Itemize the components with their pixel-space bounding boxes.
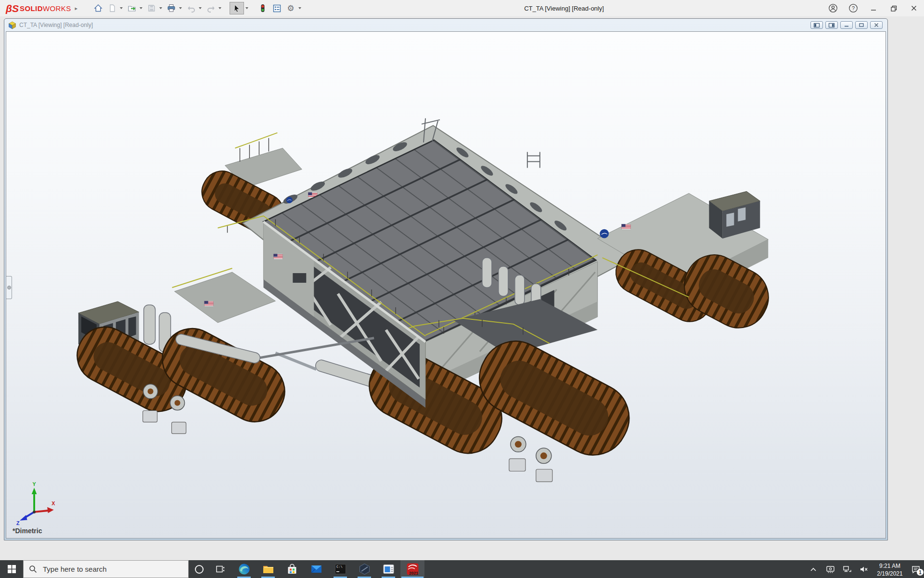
doc-restore-button[interactable] bbox=[855, 21, 868, 29]
task-list-icon bbox=[272, 4, 282, 13]
hidden-icons-button[interactable] bbox=[808, 560, 819, 578]
collapsed-feature-pane-tab[interactable] bbox=[6, 276, 12, 299]
system-tray: 9:21 AM 2/19/2021 1 bbox=[808, 560, 924, 578]
restore-button[interactable] bbox=[888, 3, 899, 13]
restore-icon bbox=[890, 5, 898, 12]
triad-y-label: Y bbox=[33, 481, 36, 487]
windows-start-icon bbox=[8, 565, 16, 573]
minimize-button[interactable] bbox=[868, 3, 879, 13]
traffic-light-icon bbox=[260, 3, 266, 13]
svg-text:C:\: C:\ bbox=[336, 565, 343, 569]
interference-lights-button[interactable] bbox=[257, 2, 269, 14]
hexagon-app-icon bbox=[359, 563, 371, 575]
doc-close-button[interactable] bbox=[870, 21, 883, 29]
display-sync-button[interactable] bbox=[824, 560, 836, 578]
pane-right-button[interactable] bbox=[825, 21, 838, 29]
view-orientation-label: *Dimetric bbox=[13, 527, 42, 535]
undo-button[interactable] bbox=[185, 2, 197, 14]
solidworks-2021-icon: 2021 bbox=[406, 563, 419, 576]
action-center-button[interactable]: 1 bbox=[910, 560, 922, 578]
assembly-cube-icon bbox=[8, 21, 16, 29]
save-icon bbox=[147, 4, 156, 13]
taskbar-app-file-explorer[interactable] bbox=[256, 560, 280, 578]
taskbar-app-hexagon[interactable] bbox=[352, 560, 376, 578]
account-button[interactable] bbox=[828, 3, 838, 13]
cortana-icon bbox=[194, 564, 205, 575]
home-button[interactable] bbox=[92, 2, 104, 14]
taskbar-clock[interactable]: 9:21 AM 2/19/2021 bbox=[875, 560, 905, 578]
options-button[interactable]: ⚙ bbox=[284, 2, 297, 14]
redo-dropdown-icon[interactable] bbox=[218, 7, 221, 9]
taskbar-apps: C:\ bbox=[232, 560, 424, 578]
redo-button[interactable] bbox=[205, 2, 217, 14]
options-dropdown-icon[interactable] bbox=[298, 7, 301, 9]
doc-restore-icon bbox=[859, 23, 864, 27]
doc-minimize-button[interactable] bbox=[840, 21, 853, 29]
search-input[interactable] bbox=[42, 565, 183, 574]
undo-icon bbox=[187, 4, 196, 13]
new-document-button[interactable] bbox=[106, 2, 118, 14]
open-dropdown-icon[interactable] bbox=[140, 7, 142, 9]
task-view-button[interactable] bbox=[210, 560, 231, 578]
desktop-app-icon bbox=[383, 563, 395, 575]
open-icon bbox=[127, 3, 137, 13]
open-button[interactable] bbox=[126, 2, 138, 14]
mail-icon bbox=[310, 563, 322, 575]
save-button[interactable] bbox=[145, 2, 158, 14]
taskbar-app-store[interactable] bbox=[280, 560, 304, 578]
edge-icon bbox=[238, 563, 250, 575]
clock-date: 2/19/2021 bbox=[875, 570, 905, 578]
doc-minimize-icon bbox=[844, 23, 849, 27]
print-dropdown-icon[interactable] bbox=[179, 7, 182, 9]
cortana-button[interactable] bbox=[189, 560, 210, 578]
quick-access-toolbar: ⚙ bbox=[92, 0, 303, 16]
document-window: CT_TA [Viewing] [Read-only] bbox=[4, 18, 888, 540]
undo-dropdown-icon[interactable] bbox=[199, 7, 202, 9]
taskbar-app-desktop[interactable] bbox=[376, 560, 400, 578]
close-icon bbox=[911, 5, 917, 12]
solidworks-logo: βS SOLIDWORKS ▸ bbox=[0, 0, 82, 16]
select-cursor-icon bbox=[232, 4, 241, 13]
store-icon bbox=[286, 564, 298, 575]
volume-muted-icon bbox=[860, 565, 869, 573]
taskbar-app-solidworks[interactable]: 2021 bbox=[400, 560, 424, 578]
print-button[interactable] bbox=[165, 2, 178, 14]
screen: βS SOLIDWORKS ▸ bbox=[0, 0, 924, 578]
select-button[interactable] bbox=[230, 2, 244, 14]
volume-muted-button[interactable] bbox=[858, 560, 870, 578]
file-explorer-icon bbox=[262, 563, 274, 575]
pane-right-icon bbox=[828, 23, 835, 28]
taskbar: C:\ bbox=[0, 560, 924, 578]
account-icon bbox=[828, 3, 838, 13]
app-titlebar: βS SOLIDWORKS ▸ bbox=[0, 0, 924, 17]
taskbar-app-command-prompt[interactable]: C:\ bbox=[328, 560, 352, 578]
flyout-arrow-icon[interactable]: ▸ bbox=[75, 5, 78, 12]
taskbar-app-mail[interactable] bbox=[304, 560, 328, 578]
gear-icon: ⚙ bbox=[287, 4, 294, 13]
select-dropdown-icon[interactable] bbox=[245, 7, 248, 9]
notification-badge: 1 bbox=[917, 569, 924, 576]
pane-left-button[interactable] bbox=[810, 21, 823, 29]
right-truck bbox=[598, 191, 779, 338]
network-button[interactable] bbox=[841, 560, 853, 578]
taskbar-search[interactable] bbox=[23, 560, 189, 578]
new-document-icon bbox=[108, 4, 116, 13]
close-button[interactable] bbox=[909, 3, 919, 13]
window-controls: ? bbox=[828, 0, 919, 16]
save-dropdown-icon[interactable] bbox=[159, 7, 162, 9]
help-icon: ? bbox=[848, 3, 858, 13]
help-button[interactable]: ? bbox=[848, 3, 859, 13]
task-list-button[interactable] bbox=[270, 2, 283, 14]
start-button[interactable] bbox=[0, 560, 23, 578]
document-titlebar[interactable]: CT_TA [Viewing] [Read-only] bbox=[4, 19, 887, 31]
new-dropdown-icon[interactable] bbox=[120, 7, 123, 9]
graphics-viewport[interactable]: Y X Z *Dimetric bbox=[6, 31, 886, 539]
svg-text:?: ? bbox=[852, 5, 855, 11]
app-title: CT_TA [Viewing] [Read-only] bbox=[524, 0, 604, 16]
triad-x-label: X bbox=[51, 500, 55, 506]
front-left-truck bbox=[68, 268, 295, 434]
document-title: CT_TA [Viewing] [Read-only] bbox=[19, 22, 93, 28]
orientation-triad-icon: Y X Z bbox=[13, 481, 57, 525]
taskbar-app-edge[interactable] bbox=[232, 560, 256, 578]
workspace: CT_TA [Viewing] [Read-only] bbox=[0, 16, 924, 560]
